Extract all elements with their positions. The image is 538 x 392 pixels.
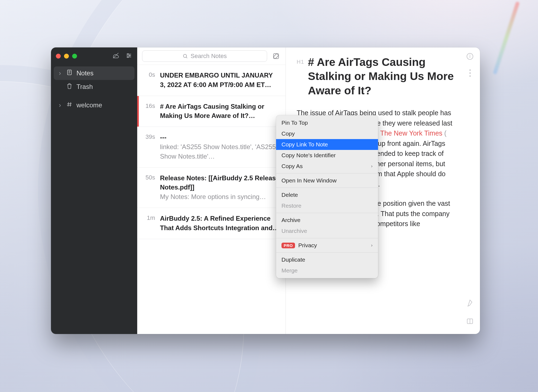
- note-title: Release Notes: [[AirBuddy 2.5 Release No…: [160, 173, 280, 192]
- menu-item-copy-identifier[interactable]: Copy Note's Identifier: [276, 150, 378, 161]
- notes-list-column: Search Notes 0s UNDER EMBARGO UNTIL JANU…: [137, 47, 286, 334]
- fullscreen-window-button[interactable]: [72, 54, 77, 59]
- note-item[interactable]: 16s # Are AirTags Causing Stalking or Ma…: [137, 96, 286, 127]
- svg-line-12: [70, 102, 71, 107]
- menu-item-duplicate[interactable]: Duplicate: [276, 254, 378, 265]
- chevron-right-icon: ›: [57, 101, 62, 109]
- titlebar: [51, 47, 137, 65]
- note-item[interactable]: 1m AirBuddy 2.5: A Refined Experience Th…: [137, 208, 286, 239]
- menu-item-copy-link[interactable]: Copy Link To Note: [276, 139, 378, 150]
- note-timestamp: 0s: [140, 71, 155, 90]
- menu-item-restore: Restore: [276, 200, 378, 211]
- menu-item-copy[interactable]: Copy: [276, 128, 378, 139]
- window-controls: [56, 54, 77, 59]
- notes-icon: [66, 69, 73, 77]
- tag-icon: [66, 101, 73, 109]
- note-title: # Are AirTags Causing Stalking or Making…: [160, 103, 264, 120]
- sidebar-item-notes[interactable]: › Notes: [54, 66, 134, 80]
- sidebar: › Notes Trash › welcome: [51, 47, 137, 334]
- svg-point-20: [470, 55, 470, 55]
- sidebar-item-label: Notes: [76, 69, 94, 77]
- notes-list: 0s UNDER EMBARGO UNTIL JANUARY 3, 2022 A…: [137, 65, 286, 334]
- close-window-button[interactable]: [56, 54, 61, 59]
- sidebar-nav: › Notes Trash › welcome: [51, 65, 137, 112]
- svg-line-16: [186, 57, 187, 58]
- note-item[interactable]: 50s Release Notes: [[AirBuddy 2.5 Releas…: [137, 168, 286, 208]
- svg-line-11: [68, 102, 69, 107]
- context-menu: Pin To Top Copy Copy Link To Note Copy N…: [276, 115, 378, 278]
- note-title: ---: [160, 133, 280, 142]
- note-subtitle: linked: 'AS255 Show Notes.title', 'AS255…: [160, 142, 280, 161]
- menu-item-privacy[interactable]: PROPrivacy ›: [276, 240, 378, 251]
- sidebar-item-label: welcome: [76, 101, 102, 109]
- chevron-right-icon: ›: [57, 69, 62, 77]
- settings-icon[interactable]: [125, 52, 132, 60]
- compose-button[interactable]: [271, 52, 281, 61]
- note-timestamp: 16s: [140, 102, 155, 121]
- heading-level-badge: H1: [297, 55, 304, 66]
- more-icon[interactable]: [466, 69, 474, 77]
- chevron-right-icon: ›: [371, 163, 373, 169]
- menu-separator: [276, 173, 378, 173]
- pen-icon[interactable]: [466, 299, 474, 310]
- menu-separator: [276, 252, 378, 253]
- menu-item-delete[interactable]: Delete: [276, 189, 378, 200]
- note-item[interactable]: 39s --- linked: 'AS255 Show Notes.title'…: [137, 127, 286, 167]
- app-window: › Notes Trash › welcome: [51, 47, 480, 334]
- panel-icon[interactable]: [466, 317, 474, 328]
- menu-separator: [276, 213, 378, 213]
- menu-item-archive[interactable]: Archive: [276, 215, 378, 226]
- note-timestamp: 1m: [140, 214, 155, 233]
- search-icon: [182, 53, 188, 59]
- trash-icon: [66, 83, 73, 91]
- note-item[interactable]: 0s UNDER EMBARGO UNTIL JANUARY 3, 2022 A…: [137, 65, 286, 96]
- menu-separator: [276, 188, 378, 188]
- pro-badge: PRO: [281, 243, 295, 248]
- list-toolbar: Search Notes: [137, 47, 286, 65]
- menu-item-unarchive: Unarchive: [276, 226, 378, 236]
- search-placeholder: Search Notes: [191, 53, 227, 60]
- note-timestamp: 50s: [140, 173, 155, 202]
- svg-rect-7: [68, 70, 71, 75]
- minimize-window-button[interactable]: [64, 54, 69, 59]
- note-title: AirBuddy 2.5: A Refined Experience That …: [160, 215, 279, 232]
- sync-status-icon[interactable]: [112, 52, 119, 60]
- menu-separator: [276, 238, 378, 238]
- compose-icon: [272, 52, 280, 60]
- sidebar-item-trash[interactable]: Trash: [54, 80, 134, 94]
- svg-point-15: [183, 54, 187, 57]
- sidebar-item-label: Trash: [76, 83, 93, 91]
- menu-item-copy-as[interactable]: Copy As›: [276, 161, 378, 172]
- menu-item-merge: Merge: [276, 265, 378, 276]
- menu-item-pin[interactable]: Pin To Top: [276, 117, 378, 128]
- info-icon[interactable]: [466, 52, 474, 63]
- chevron-right-icon: ›: [371, 243, 373, 248]
- search-input[interactable]: Search Notes: [142, 50, 267, 62]
- note-subtitle: My Notes: More options in syncing…: [160, 192, 280, 202]
- note-title: UNDER EMBARGO UNTIL JANUARY 3, 2022 AT 6…: [160, 72, 273, 88]
- note-timestamp: 39s: [140, 133, 155, 161]
- note-heading: # Are AirTags Causing Stalking or Making…: [308, 55, 456, 98]
- menu-item-open-window[interactable]: Open In New Window: [276, 175, 378, 186]
- sidebar-item-welcome[interactable]: › welcome: [54, 98, 134, 112]
